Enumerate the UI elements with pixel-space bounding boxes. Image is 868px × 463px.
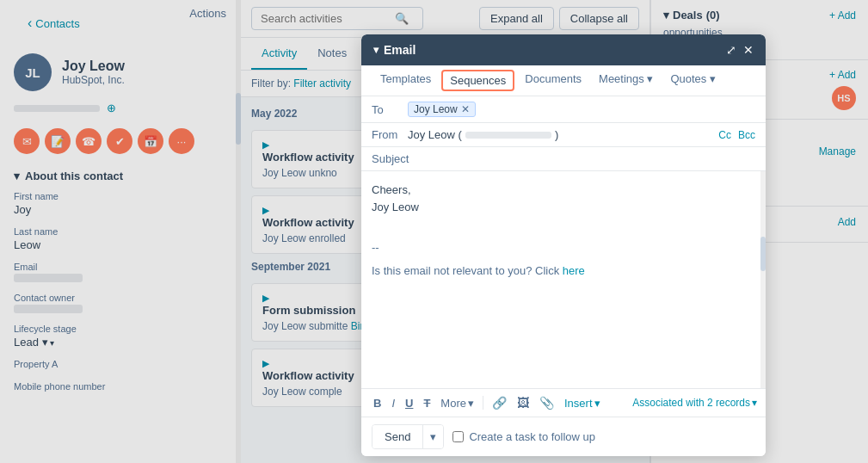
- body-scrollbar-thumb: [760, 237, 766, 271]
- body-greeting: Cheers,: [372, 182, 755, 199]
- from-label: From: [372, 128, 408, 141]
- bold-button[interactable]: B: [370, 395, 385, 411]
- modal-body: To Joy Leow ✕ From Joy Leow ( ) Cc Bcc S…: [361, 96, 766, 417]
- to-label: To: [372, 103, 408, 116]
- more-chevron-icon: ▾: [468, 397, 474, 410]
- email-body[interactable]: Cheers, Joy Leow -- Is this email not re…: [361, 171, 766, 388]
- body-link[interactable]: here: [563, 264, 585, 277]
- image-button[interactable]: 🖼: [514, 394, 532, 411]
- subject-label: Subject: [372, 152, 416, 165]
- link-button[interactable]: 🔗: [489, 394, 510, 411]
- from-email-blurred: [465, 132, 551, 139]
- subject-row: Subject: [361, 147, 766, 171]
- more-label: More: [440, 397, 466, 410]
- modal-tab-quotes[interactable]: Quotes ▾: [662, 65, 724, 96]
- modal-title: Email: [373, 43, 416, 57]
- to-remove-button[interactable]: ✕: [461, 103, 470, 115]
- modal-tab-documents[interactable]: Documents: [516, 65, 590, 96]
- bcc-button[interactable]: Bcc: [738, 129, 755, 141]
- modal-footer: Send ▾ Create a task to follow up: [361, 417, 766, 456]
- task-checkbox[interactable]: [452, 431, 464, 442]
- more-dropdown[interactable]: More ▾: [437, 395, 477, 411]
- attachment-button[interactable]: 📎: [536, 394, 557, 411]
- modal-tab-templates[interactable]: Templates: [372, 65, 440, 96]
- modal-close-button[interactable]: ✕: [743, 44, 754, 56]
- email-modal: Email ⤢ ✕ Templates Sequences Documents …: [361, 34, 766, 456]
- underline-button[interactable]: U: [402, 395, 416, 411]
- body-scrollbar[interactable]: [760, 171, 766, 388]
- send-dropdown-button[interactable]: ▾: [422, 425, 443, 448]
- send-button[interactable]: Send: [372, 425, 422, 448]
- strikethrough-button[interactable]: T: [420, 395, 434, 411]
- body-relevance: Is this email not relevant to you? Click…: [372, 262, 755, 280]
- from-value: Joy Leow ( ): [408, 128, 718, 141]
- to-value: Joy Leow ✕: [408, 102, 755, 117]
- send-button-group: Send ▾: [372, 424, 444, 449]
- modal-expand-button[interactable]: ⤢: [726, 44, 736, 56]
- task-checkbox-label[interactable]: Create a task to follow up: [452, 430, 595, 443]
- body-relevance-text: Is this email not relevant to you? Click: [372, 264, 563, 277]
- modal-tabs: Templates Sequences Documents Meetings ▾…: [361, 65, 766, 96]
- insert-chevron-icon: ▾: [594, 397, 600, 410]
- body-separator: --: [372, 239, 755, 256]
- italic-button[interactable]: I: [388, 395, 398, 411]
- modal-header: Email ⤢ ✕: [361, 34, 766, 65]
- insert-dropdown[interactable]: Insert ▾: [561, 395, 604, 411]
- associated-chevron-icon: ▾: [752, 397, 757, 409]
- from-field-row: From Joy Leow ( ) Cc Bcc: [361, 123, 766, 147]
- associated-records-button[interactable]: Associated with 2 records ▾: [632, 397, 757, 409]
- from-suffix: ): [555, 128, 558, 141]
- modal-tab-meetings[interactable]: Meetings ▾: [590, 65, 662, 96]
- body-name: Joy Leow: [372, 199, 755, 216]
- modal-tab-sequences[interactable]: Sequences: [441, 70, 514, 91]
- task-label: Create a task to follow up: [469, 430, 595, 443]
- to-tag: Joy Leow ✕: [408, 102, 476, 117]
- insert-label: Insert: [564, 397, 593, 410]
- from-name: Joy Leow (: [408, 128, 462, 141]
- modal-controls: ⤢ ✕: [726, 44, 754, 56]
- to-recipient: Joy Leow: [414, 103, 458, 115]
- subject-input[interactable]: [416, 152, 755, 165]
- editor-toolbar: B I U T More ▾ 🔗 🖼 📎 Insert ▾ Associated…: [361, 388, 766, 417]
- associated-label: Associated with 2 records: [632, 397, 750, 409]
- to-field-row: To Joy Leow ✕: [361, 96, 766, 123]
- cc-button[interactable]: Cc: [718, 129, 731, 141]
- toolbar-separator-1: [483, 396, 483, 410]
